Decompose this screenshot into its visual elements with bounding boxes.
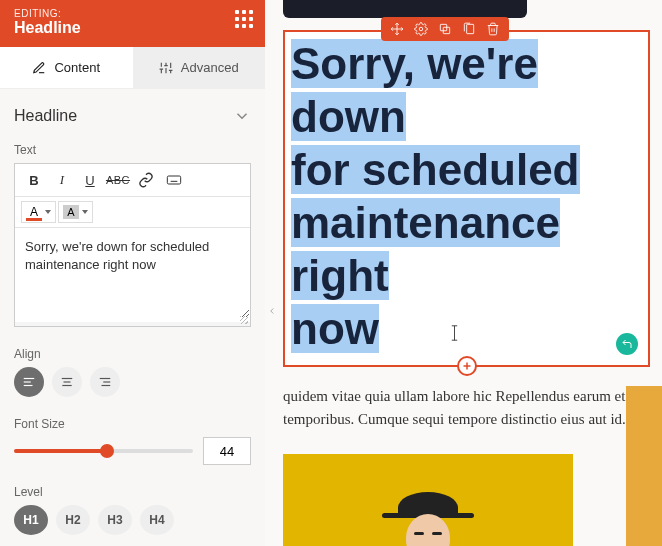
svg-rect-15: [467, 24, 474, 33]
strikethrough-button[interactable]: ABC: [105, 168, 131, 192]
body-paragraph[interactable]: quidem vitae quia ullam labore hic Repel…: [283, 385, 650, 430]
level-h2-button[interactable]: H2: [56, 505, 90, 535]
align-right-button[interactable]: [90, 367, 120, 397]
copy-block-button[interactable]: [461, 21, 477, 37]
align-label: Align: [14, 347, 251, 361]
section-title: Headline: [14, 107, 77, 125]
section-toggle[interactable]: Headline: [14, 107, 251, 125]
resize-handle[interactable]: [15, 322, 250, 326]
bg-color-label: A: [63, 205, 79, 219]
tab-advanced-label: Advanced: [181, 60, 239, 75]
move-icon: [390, 22, 404, 36]
svg-point-12: [419, 27, 423, 31]
align-center-button[interactable]: [52, 367, 82, 397]
headline-preview-text[interactable]: Sorry, we're down for scheduled maintena…: [291, 38, 642, 355]
align-left-icon: [22, 375, 36, 389]
chevron-down-icon: [233, 107, 251, 125]
chevron-left-icon: [267, 306, 277, 316]
align-center-icon: [60, 375, 74, 389]
move-block-button[interactable]: [389, 21, 405, 37]
link-button[interactable]: [133, 168, 159, 192]
person-illustration: [378, 492, 478, 546]
tab-content[interactable]: Content: [0, 47, 133, 88]
plus-icon: [461, 360, 473, 372]
delete-block-button[interactable]: [485, 21, 501, 37]
text-color-picker[interactable]: A: [21, 201, 56, 223]
image-block-secondary[interactable]: [626, 386, 662, 546]
editing-label: EDITING:: [14, 8, 251, 19]
underline-button[interactable]: U: [77, 168, 103, 192]
text-cursor-icon: [450, 324, 459, 342]
copy-icon: [462, 22, 476, 36]
align-left-button[interactable]: [14, 367, 44, 397]
tab-advanced[interactable]: Advanced: [133, 47, 266, 88]
sliders-icon: [159, 61, 173, 75]
duplicate-block-button[interactable]: [437, 21, 453, 37]
settings-block-button[interactable]: [413, 21, 429, 37]
previous-block[interactable]: [283, 0, 527, 18]
slider-fill: [14, 449, 107, 453]
level-h4-button[interactable]: H4: [140, 505, 174, 535]
pencil-icon: [32, 61, 46, 75]
keyboard-button[interactable]: [161, 168, 187, 192]
block-toolbar: [381, 17, 509, 41]
font-size-slider[interactable]: [14, 441, 193, 461]
tab-content-label: Content: [54, 60, 100, 75]
undo-icon: [621, 338, 633, 350]
italic-button[interactable]: I: [49, 168, 75, 192]
bg-color-picker[interactable]: A: [58, 201, 93, 223]
add-block-button[interactable]: [457, 356, 477, 376]
font-size-label: Font Size: [14, 417, 251, 431]
tab-bar: Content Advanced: [0, 47, 265, 89]
text-color-label: A: [30, 205, 38, 219]
rte-toolbar: B I U ABC A: [15, 164, 250, 228]
component-name: Headline: [14, 19, 251, 37]
level-h3-button[interactable]: H3: [98, 505, 132, 535]
keyboard-icon: [166, 172, 182, 188]
level-h1-button[interactable]: H1: [14, 505, 48, 535]
level-label: Level: [14, 485, 251, 499]
align-right-icon: [98, 375, 112, 389]
editor-sidebar: EDITING: Headline Content Advanced Headl…: [0, 0, 265, 546]
collapse-sidebar-button[interactable]: [265, 300, 279, 322]
image-block[interactable]: [283, 454, 573, 546]
duplicate-icon: [438, 22, 452, 36]
font-size-input[interactable]: [203, 437, 251, 465]
panel-body: Headline Text B I U ABC: [0, 89, 265, 546]
bold-button[interactable]: B: [21, 168, 47, 192]
svg-rect-0: [167, 176, 180, 184]
headline-text-input[interactable]: [15, 228, 250, 318]
drag-handle-icon[interactable]: [235, 10, 253, 28]
chevron-down-icon: [45, 210, 51, 214]
delete-icon: [486, 22, 500, 36]
sidebar-header: EDITING: Headline: [0, 0, 265, 47]
settings-icon: [414, 22, 428, 36]
slider-thumb[interactable]: [100, 444, 114, 458]
link-icon: [138, 172, 154, 188]
align-group: [14, 367, 251, 397]
text-field-label: Text: [14, 143, 251, 157]
canvas-preview[interactable]: Sorry, we're down for scheduled maintena…: [265, 0, 662, 546]
level-group: H1 H2 H3 H4: [14, 505, 251, 535]
headline-block[interactable]: Sorry, we're down for scheduled maintena…: [283, 30, 650, 367]
rich-text-editor: B I U ABC A: [14, 163, 251, 327]
chevron-down-icon: [82, 210, 88, 214]
